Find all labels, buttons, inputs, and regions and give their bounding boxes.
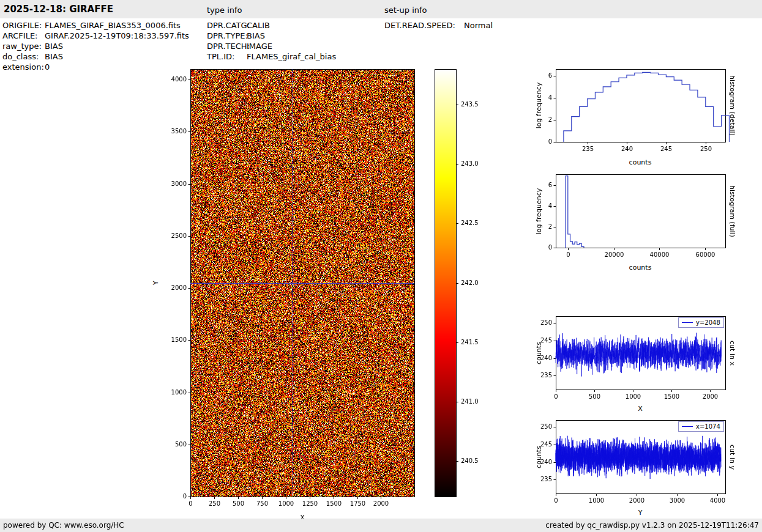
info-row: ARCFILE:GIRAF.2025-12-19T09:18:33.597.fi… — [2, 31, 189, 41]
raw-yaxis-label: Y — [152, 259, 160, 308]
hist-full-side-label: histogram (full) — [728, 170, 736, 253]
info-label: DPR.TYPE: — [207, 31, 247, 41]
info-label: extension: — [2, 62, 45, 72]
colorbar — [428, 64, 487, 515]
info-row: DET.READ.SPEED:Normal — [384, 20, 493, 31]
info-value: BIAS — [45, 52, 63, 61]
cut-x-side-label: cut in x — [728, 312, 736, 395]
info-row: DPR.CATG:CALIB — [207, 20, 336, 31]
info-label: ARCFILE: — [2, 31, 45, 41]
info-label: ORIGFILE: — [2, 20, 45, 31]
footer-left-text: powered by QC: www.eso.org/HC — [3, 521, 124, 530]
info-label: DPR.TECH: — [207, 41, 247, 51]
cut-y-legend-label: x=1074 — [696, 423, 720, 430]
bias-image-plot — [167, 64, 419, 515]
cut-y-legend: x=1074 — [678, 421, 724, 432]
info-row: ORIGFILE:FLAMES_GIRAF_BIAS353_0006.fits — [2, 20, 189, 31]
cut-y-side-label: cut in y — [728, 416, 736, 499]
hist-detail-xaxis-label: counts — [616, 158, 665, 166]
cut-y-xaxis-label: Y — [616, 509, 665, 517]
info-value: Normal — [464, 21, 493, 30]
type-info-heading: type info — [207, 6, 242, 15]
info-value: FLAMES_GIRAF_BIAS353_0006.fits — [45, 21, 181, 30]
setup-info-heading: set-up info — [384, 6, 427, 15]
info-row: do_class:BIAS — [2, 51, 189, 62]
page-title: 2025-12-18: GIRAFFE — [4, 4, 113, 15]
info-label: DET.READ.SPEED: — [384, 20, 464, 31]
header-bar: 2025-12-18: GIRAFFE type info set-up inf… — [0, 0, 762, 18]
info-label: TPL.ID: — [207, 51, 247, 62]
hist-detail-side-label: histogram (detail) — [728, 64, 736, 147]
type-info-block: DPR.CATG:CALIBDPR.TYPE:BIASDPR.TECH:IMAG… — [207, 20, 336, 62]
info-value: GIRAF.2025-12-19T09:18:33.597.fits — [45, 31, 189, 40]
info-label: DPR.CATG: — [207, 20, 247, 31]
hist-full-xaxis-label: counts — [616, 264, 665, 272]
legend-line-sample — [682, 322, 693, 323]
footer-right-text: created by qc_rawdisp.py v1.2.3 on 2025-… — [545, 521, 759, 530]
cut-x-legend: y=2048 — [678, 317, 724, 328]
histogram-detail-plot — [532, 64, 731, 157]
legend-line-sample — [682, 426, 693, 427]
histogram-full-plot — [532, 169, 731, 262]
info-value: IMAGE — [247, 42, 272, 51]
info-row: DPR.TECH:IMAGE — [207, 41, 336, 51]
file-info-block: ORIGFILE:FLAMES_GIRAF_BIAS353_0006.fitsA… — [2, 20, 189, 72]
cut-x-legend-label: y=2048 — [696, 319, 720, 326]
info-value: CALIB — [247, 21, 270, 30]
hist-full-yaxis-label: log frequency — [535, 170, 543, 253]
info-value: 0 — [45, 62, 50, 72]
setup-info-block: DET.READ.SPEED:Normal — [384, 20, 493, 31]
info-label: do_class: — [2, 51, 45, 62]
info-label: raw_type: — [2, 41, 45, 51]
hist-detail-yaxis-label: log frequency — [535, 64, 543, 147]
info-value: BIAS — [45, 42, 63, 51]
info-row: extension:0 — [2, 62, 189, 72]
info-row: TPL.ID:FLAMES_giraf_cal_bias — [207, 51, 336, 62]
cut-x-xaxis-label: X — [616, 405, 665, 413]
info-row: DPR.TYPE:BIAS — [207, 31, 336, 41]
cut-x-yaxis-label: counts — [535, 312, 543, 395]
info-value: BIAS — [247, 31, 265, 40]
cut-y-yaxis-label: counts — [535, 416, 543, 499]
footer-bar: powered by QC: www.eso.org/HC created by… — [0, 519, 762, 532]
qc-report-page: 2025-12-18: GIRAFFE type info set-up inf… — [0, 0, 762, 532]
info-row: raw_type:BIAS — [2, 41, 189, 51]
info-value: FLAMES_giraf_cal_bias — [247, 52, 336, 61]
